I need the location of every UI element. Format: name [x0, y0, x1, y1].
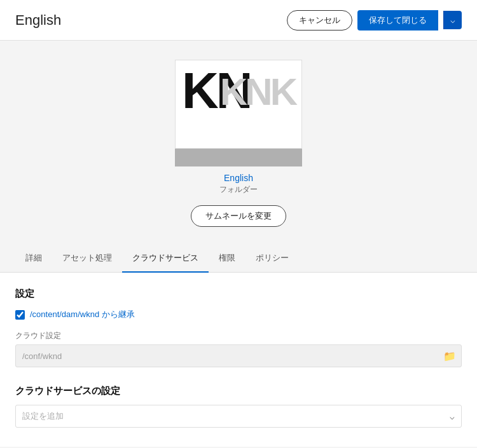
- thumbnail-bottom-bar: [175, 149, 302, 166]
- cloud-config-label: クラウド設定: [15, 330, 462, 341]
- folder-browse-icon[interactable]: 📁: [443, 350, 456, 362]
- inherit-label: /content/dam/wknd から継承: [30, 309, 135, 320]
- add-setting-dropdown[interactable]: 設定を追加 ⌵: [15, 405, 462, 428]
- change-thumbnail-button[interactable]: サムネールを変更: [191, 205, 286, 227]
- form-section: 設定 /content/dam/wknd から継承 クラウド設定 /conf/w…: [0, 273, 477, 447]
- cloud-services-title: クラウドサービスの設定: [15, 385, 462, 397]
- header-actions: キャンセル 保存して閉じる ⌵: [287, 10, 462, 31]
- inherit-checkbox[interactable]: [15, 310, 25, 320]
- settings-title: 設定: [15, 288, 462, 300]
- page-title: English: [15, 12, 61, 29]
- dropdown-chevron-icon: ⌵: [450, 412, 455, 421]
- add-setting-placeholder: 設定を追加: [22, 411, 450, 422]
- header: English キャンセル 保存して閉じる ⌵: [0, 0, 477, 41]
- folder-type-label: フォルダー: [219, 184, 258, 195]
- tab-policy[interactable]: ポリシー: [245, 245, 299, 273]
- main-content: KN KNK English フォルダー サムネールを変更 詳細 アセット処理 …: [0, 41, 477, 447]
- tab-cloud-services[interactable]: クラウドサービス: [122, 245, 209, 273]
- save-button[interactable]: 保存して閉じる: [357, 10, 438, 31]
- save-dropdown-button[interactable]: ⌵: [443, 11, 462, 29]
- tab-permissions[interactable]: 権限: [209, 245, 245, 273]
- cancel-button[interactable]: キャンセル: [287, 10, 352, 31]
- tabs-bar: 詳細 アセット処理 クラウドサービス 権限 ポリシー: [0, 245, 477, 273]
- thumbnail-section: KN KNK English フォルダー サムネールを変更: [0, 41, 477, 240]
- tab-details[interactable]: 詳細: [15, 245, 52, 273]
- inherit-checkbox-row: /content/dam/wknd から継承: [15, 309, 462, 320]
- tab-asset-processing[interactable]: アセット処理: [52, 245, 122, 273]
- thumbnail-image: KN KNK: [175, 60, 302, 149]
- cloud-config-input-container: /conf/wknd 📁: [15, 344, 462, 367]
- thumbnail-text-secondary: KNK: [220, 73, 295, 111]
- cloud-config-value: /conf/wknd: [22, 351, 443, 361]
- folder-name-label: English: [224, 173, 253, 183]
